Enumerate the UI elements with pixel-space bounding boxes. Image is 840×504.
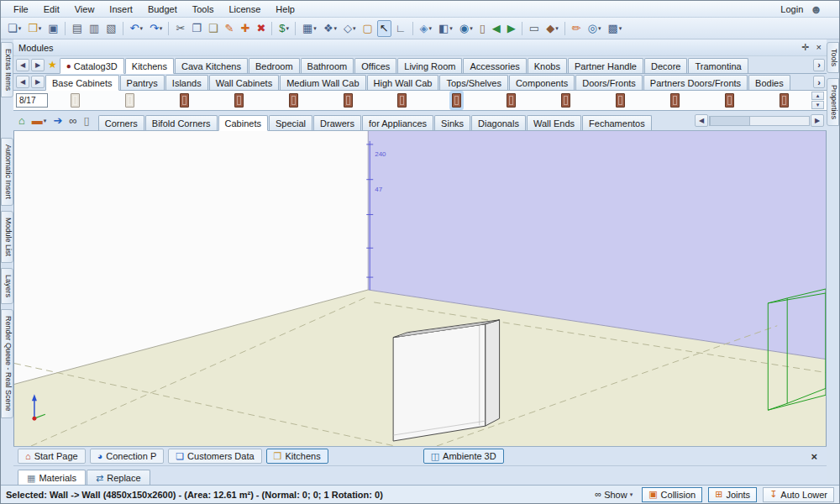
module-thumbnail[interactable] [780, 93, 789, 108]
tab-components[interactable]: Components [509, 75, 575, 90]
module-thumbnail[interactable] [71, 93, 80, 108]
tab-high-wall-cab[interactable]: High Wall Cab [367, 75, 439, 90]
separator[interactable] [295, 22, 297, 35]
login-button[interactable]: Login [774, 3, 810, 16]
favorites-star-icon[interactable]: ★ [48, 59, 57, 71]
tab-corners[interactable]: Corners [98, 115, 144, 130]
tab-knobs[interactable]: Knobs [528, 58, 567, 73]
tab-living-room[interactable]: Living Room [397, 58, 462, 73]
tab-accessories[interactable]: Accessories [463, 58, 526, 73]
print-icon[interactable]: ▤ [70, 20, 85, 37]
measure-icon[interactable]: ∟ [393, 20, 409, 37]
dock-properties[interactable]: Properties [827, 78, 839, 126]
module-thumbnail[interactable] [616, 93, 625, 108]
menu-file[interactable]: File [6, 3, 36, 16]
fill-icon[interactable]: ◧ ▾ [436, 20, 455, 37]
tab-ambiente-3d[interactable]: ◫ Ambiente 3D [423, 449, 504, 464]
save-icon[interactable]: ▣ [45, 20, 60, 37]
redo-icon[interactable]: ↷ ▾ [147, 20, 165, 37]
menu-insert[interactable]: Insert [102, 3, 140, 16]
tab-bathroom[interactable]: Bathroom [301, 58, 354, 73]
separator[interactable] [271, 22, 273, 35]
tab-wall-cabinets[interactable]: Wall Cabinets [209, 75, 279, 90]
subcat-scroll-left-button[interactable]: ◀ [695, 114, 708, 127]
shape-tool-icon[interactable]: ◇ ▾ [341, 20, 359, 37]
wall-box-icon[interactable]: ▯ [477, 20, 488, 37]
cut-icon[interactable]: ✂ [173, 20, 187, 37]
module-thumbnail[interactable] [180, 93, 189, 108]
tab-diagonals[interactable]: Diagonals [471, 115, 526, 130]
tab-pantrys[interactable]: Pantrys [120, 75, 165, 90]
brush-icon[interactable]: ✎ [223, 20, 237, 37]
rotate-right-icon[interactable]: ▶ [505, 20, 518, 37]
camera-icon[interactable]: ◎ ▾ [585, 20, 604, 37]
open-folder-icon[interactable]: ❒ ▾ [25, 20, 44, 37]
undo-icon[interactable]: ↶ ▾ [128, 20, 145, 37]
module-thumbnail[interactable] [344, 93, 353, 108]
module-thumbnail[interactable] [125, 93, 134, 108]
tab-partner-handle[interactable]: Partner Handle [568, 58, 643, 73]
base-cabinet-model[interactable] [393, 320, 499, 441]
separator[interactable] [564, 22, 566, 35]
layout-grid-icon[interactable]: ▦ ▾ [300, 20, 319, 37]
tab-islands[interactable]: Islands [165, 75, 208, 90]
dock-automatic-insert[interactable]: Automatic Insert [1, 138, 13, 206]
separator[interactable] [412, 22, 414, 35]
print-preview-icon[interactable]: ▥ [87, 20, 102, 37]
search-icon[interactable]: ∞ [66, 113, 79, 129]
module-thumbnail[interactable] [561, 93, 570, 108]
layers-icon[interactable]: ◈ ▾ [417, 20, 435, 37]
tab-offices[interactable]: Offices [354, 58, 396, 73]
module-thumbnail[interactable] [397, 93, 407, 108]
separator[interactable] [522, 22, 523, 35]
tab-sinks[interactable]: Sinks [434, 115, 470, 130]
collision-toggle-button[interactable]: ▣ Collision [642, 487, 702, 502]
tab-fechamentos[interactable]: Fechamentos [582, 115, 652, 130]
tab-bifold-corners[interactable]: Bifold Corners [145, 115, 218, 130]
menu-help[interactable]: Help [268, 3, 302, 16]
dock-tools[interactable]: Tools [827, 42, 839, 73]
dock-module-list[interactable]: Module List [1, 211, 13, 263]
tab-tramontina[interactable]: Tramontina [688, 58, 748, 73]
tab-special[interactable]: Special [269, 115, 312, 130]
tab-customers-data[interactable]: ❏ Customers Data [168, 449, 261, 464]
menu-view[interactable]: View [67, 3, 102, 16]
separator[interactable] [65, 22, 66, 35]
monitor-icon[interactable]: ▭ [527, 20, 542, 37]
menu-edit[interactable]: Edit [36, 3, 67, 16]
tab-decore[interactable]: Decore [644, 58, 687, 73]
separator[interactable] [123, 22, 124, 35]
module-thumbnail[interactable] [507, 93, 516, 108]
grid-settings-icon[interactable]: ▩ ▾ [605, 20, 624, 37]
pin-icon[interactable]: ✛ [801, 43, 809, 52]
category-scroll-right-button[interactable]: ▶ [31, 76, 45, 88]
module-thumbnail[interactable] [670, 93, 680, 108]
dock-render-queue[interactable]: Render Queue - Real Scene [1, 309, 13, 418]
close-document-icon[interactable]: × [806, 450, 822, 463]
scrollbar-thumb[interactable] [710, 117, 750, 125]
catalog-selector-tab[interactable]: ● Catalog3D [60, 58, 124, 74]
tab-cava-kitchens[interactable]: Cava Kitchens [175, 58, 248, 73]
delete-icon[interactable]: ✖ [254, 20, 268, 37]
tab-drawers[interactable]: Drawers [313, 115, 361, 130]
menu-license[interactable]: License [221, 3, 268, 16]
cabinet-icon[interactable]: ▯ [81, 113, 92, 129]
strip-scroll-up-button[interactable]: ▴ [811, 92, 824, 100]
category-scroll-left-button[interactable]: ◀ [16, 76, 29, 88]
import-icon[interactable]: ➔ [50, 113, 65, 129]
tab-materials[interactable]: ▦ Materials [18, 470, 86, 485]
paste-icon[interactable]: ❑ [206, 20, 221, 37]
print-export-icon[interactable]: ▧ [103, 20, 118, 37]
tab-replace[interactable]: ⇄ Replace [87, 470, 150, 485]
pin-tool-icon[interactable]: ✚ [239, 20, 253, 37]
tab-kitchens[interactable]: ❒ Kitchens [266, 449, 328, 464]
tab-tops-shelves[interactable]: Tops/Shelves [439, 75, 507, 90]
rotate-left-icon[interactable]: ◀ [490, 20, 503, 37]
tab-base-cabinets[interactable]: Base Cabinets [45, 75, 119, 91]
subcat-scroll-right-button[interactable]: ▶ [811, 114, 824, 127]
catalog-scroll-right-button[interactable]: ▶ [31, 59, 45, 71]
menu-budget[interactable]: Budget [140, 3, 185, 16]
close-icon[interactable]: × [816, 43, 822, 52]
tab-bedroom[interactable]: Bedroom [249, 58, 300, 73]
tab-wall-ends[interactable]: Wall Ends [527, 115, 581, 130]
